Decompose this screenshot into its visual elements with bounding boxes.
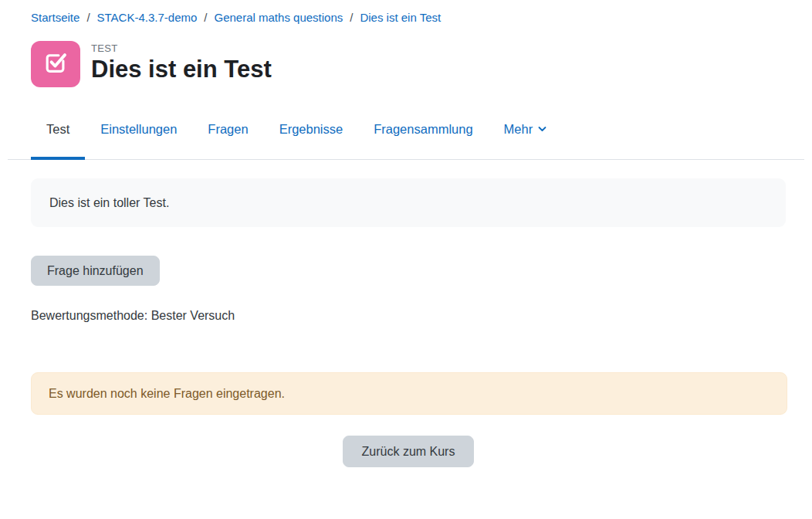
tab-mehr-label: Mehr: [504, 121, 533, 137]
page-title: Dies ist ein Test: [91, 56, 272, 83]
tab-test[interactable]: Test: [31, 109, 85, 159]
activity-type-label: TEST: [91, 42, 272, 54]
breadcrumb: Startseite/STACK-4.3.7-demo/General math…: [0, 0, 812, 25]
breadcrumb-separator: /: [204, 11, 207, 24]
tab-mehr[interactable]: Mehr: [489, 109, 563, 159]
header-text: TEST Dies ist ein Test: [91, 41, 272, 83]
back-button-row: Zurück zum Kurs: [31, 436, 786, 467]
tab-einstellungen[interactable]: Einstellungen: [85, 109, 192, 159]
quiz-checkbox-icon: [42, 49, 69, 80]
page-header: TEST Dies ist ein Test: [31, 41, 781, 87]
quiz-description-text: Dies ist ein toller Test.: [49, 196, 169, 209]
breadcrumb-link-course[interactable]: STACK-4.3.7-demo: [97, 11, 198, 24]
tab-fragensammlung[interactable]: Fragensammlung: [358, 109, 488, 159]
grading-method-text: Bewertungsmethode: Bester Versuch: [31, 308, 786, 323]
breadcrumb-separator: /: [350, 11, 353, 24]
breadcrumb-link-current[interactable]: Dies ist ein Test: [360, 11, 441, 24]
tab-fragen[interactable]: Fragen: [192, 109, 263, 159]
tab-ergebnisse[interactable]: Ergebnisse: [264, 109, 359, 159]
add-question-button[interactable]: Frage hinzufügen: [31, 256, 160, 286]
breadcrumb-link-startseite[interactable]: Startseite: [31, 11, 80, 24]
back-to-course-button[interactable]: Zurück zum Kurs: [343, 436, 475, 467]
tab-bar: Test Einstellungen Fragen Ergebnisse Fra…: [8, 109, 804, 160]
no-questions-warning-text: Es wurden noch keine Fragen eingetragen.: [49, 387, 285, 400]
quiz-activity-icon: [31, 41, 80, 87]
quiz-description-box: Dies ist ein toller Test.: [31, 178, 786, 227]
chevron-down-icon: [538, 126, 546, 132]
breadcrumb-link-section[interactable]: General maths questions: [215, 11, 343, 24]
breadcrumb-separator: /: [86, 11, 90, 24]
main-content: Dies ist ein toller Test. Frage hinzufüg…: [31, 178, 786, 467]
no-questions-warning: Es wurden noch keine Fragen eingetragen.: [31, 372, 787, 415]
